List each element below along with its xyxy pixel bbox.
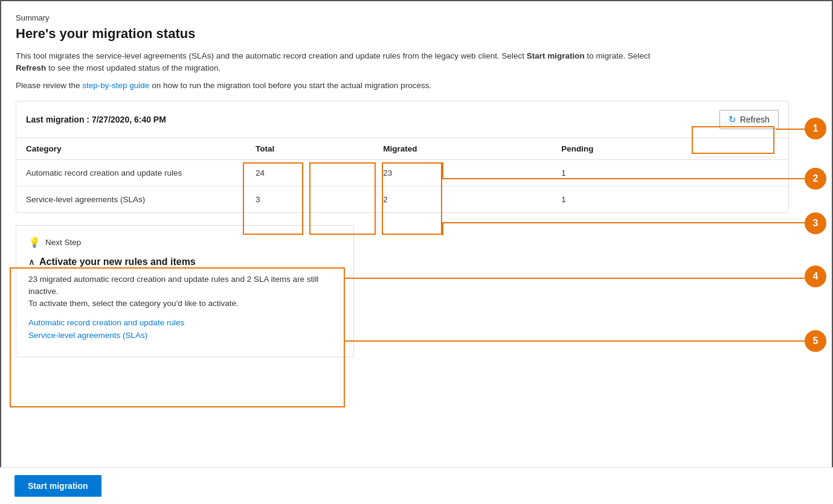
activate-link-rules[interactable]: Automatic record creation and update rul… [28,318,341,327]
refresh-label: Refresh [740,115,770,124]
row2-category: Service-level agreements (SLAs) [16,186,246,212]
refresh-icon: ↻ [728,114,736,125]
chevron-up-icon: ∧ [28,257,34,267]
arrow-line-5h [345,340,806,342]
migration-card: Last migration : 7/27/2020, 6:40 PM ↻ Re… [16,101,789,213]
guide-link[interactable]: step-by-step guide [82,81,149,90]
row1-category: Automatic record creation and update rul… [16,159,246,186]
row2-migrated: 2 [373,186,552,212]
annotation-circle-4: 4 [805,266,826,287]
guide-text: Please review the step-by-step guide on … [16,81,817,90]
activate-header: ∧ Activate your new rules and items [28,257,341,267]
summary-label: Summary [16,13,817,22]
row1-migrated: 23 [373,159,552,186]
col-header-migrated: Migrated [373,138,552,160]
activate-description: 23 migrated automatic record creation an… [28,273,341,310]
row2-total: 3 [246,186,373,212]
arrow-line-3h [442,222,805,223]
next-step-header: 💡 Next Step [28,237,341,248]
col-header-pending: Pending [552,138,724,160]
page-title: Here's your migration status [16,26,817,42]
annotation-circle-3: 3 [805,212,826,234]
arrow-line-4h [345,278,806,279]
activate-title: Activate your new rules and items [39,257,196,267]
description-text: This tool migrates the service-level agr… [16,50,680,75]
bottom-bar: Start migration [0,467,833,504]
table-wrapper: Category Total Migrated Pending Automati… [16,138,788,212]
arrow-line-3v [442,222,443,235]
annotation-circle-5: 5 [805,330,826,352]
annotation-circle-1: 1 [805,118,826,139]
col-header-total: Total [246,138,373,160]
table-row: Automatic record creation and update rul… [16,159,788,186]
lightbulb-icon: 💡 [28,237,40,248]
annotation-circle-2: 2 [805,168,826,190]
table-row: Service-level agreements (SLAs) 3 2 1 [16,186,788,212]
row2-pending: 1 [552,186,724,212]
refresh-button[interactable]: ↻ Refresh [719,110,779,129]
next-step-label: Next Step [45,238,81,247]
next-step-card: 💡 Next Step ∧ Activate your new rules an… [16,225,354,358]
start-migration-button[interactable]: Start migration [14,475,101,497]
row1-total: 24 [246,159,373,186]
last-migration-label: Last migration : 7/27/2020, 6:40 PM [26,115,166,124]
col-header-spacer [724,138,788,160]
row1-spacer [724,159,788,186]
migration-table: Category Total Migrated Pending Automati… [16,138,788,212]
activate-link-sla[interactable]: Service-level agreements (SLAs) [28,331,341,340]
row1-pending: 1 [552,159,724,186]
card-header: Last migration : 7/27/2020, 6:40 PM ↻ Re… [16,101,788,138]
row2-spacer [724,186,788,212]
col-header-category: Category [16,138,246,160]
